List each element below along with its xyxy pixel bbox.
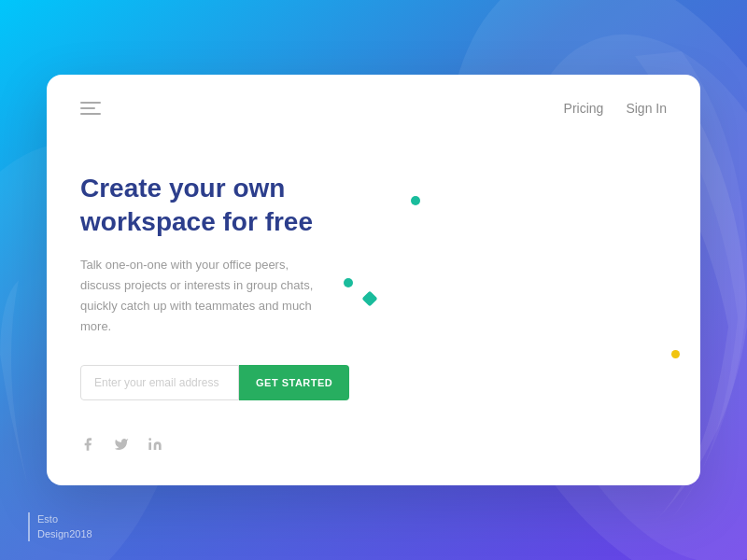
social-twitter[interactable]	[114, 437, 129, 452]
social-linkedin[interactable]	[148, 437, 162, 452]
watermark-line2: Design2018	[37, 527, 92, 541]
hamburger-line-1	[80, 102, 101, 104]
linkedin-icon	[148, 437, 162, 452]
twitter-icon	[114, 437, 129, 452]
hero-subtitle: Talk one-on-one with your office peers, …	[80, 255, 331, 337]
email-form: GET STARTED	[80, 365, 331, 400]
social-row	[80, 437, 162, 452]
watermark: Esto Design2018	[28, 512, 92, 541]
deco-diamond	[362, 291, 378, 307]
main-card: Pricing Sign In Create your own workspac…	[47, 75, 700, 485]
nav-signin[interactable]: Sign In	[626, 101, 667, 116]
nav-pricing[interactable]: Pricing	[564, 101, 604, 116]
hamburger-line-3	[80, 113, 101, 115]
watermark-line1: Esto	[37, 512, 92, 526]
hero-title: Create your own workspace for free	[80, 172, 331, 240]
social-facebook[interactable]	[80, 437, 95, 452]
svg-point-4	[148, 438, 151, 441]
navbar: Pricing Sign In	[47, 75, 700, 116]
deco-dot-yellow	[671, 350, 680, 358]
hamburger-line-2	[80, 107, 95, 109]
nav-links: Pricing Sign In	[564, 101, 667, 116]
hero-section: Create your own workspace for free Talk …	[47, 116, 364, 400]
cta-button[interactable]: GET STARTED	[239, 365, 349, 400]
hamburger-menu[interactable]	[80, 102, 101, 115]
deco-dot-teal-mid	[344, 278, 353, 287]
email-input[interactable]	[80, 365, 239, 400]
deco-dot-teal-top	[411, 196, 420, 205]
facebook-icon	[80, 437, 95, 452]
